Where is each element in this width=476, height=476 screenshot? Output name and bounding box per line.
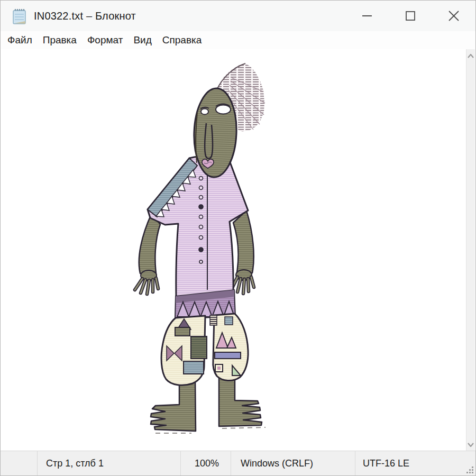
- notepad-icon: [12, 7, 28, 25]
- left-eye: [201, 109, 208, 115]
- status-zoom-level: 100%: [181, 451, 231, 475]
- chevron-down-icon: [468, 443, 474, 447]
- resize-grip-icon[interactable]: [466, 466, 474, 474]
- status-encoding: UTF-16 LE: [355, 451, 475, 475]
- shirt: [148, 156, 248, 297]
- text-area[interactable]: [1, 49, 475, 452]
- status-cursor-position: Стр 1, стлб 1: [38, 451, 181, 475]
- menu-edit[interactable]: Правка: [38, 33, 82, 48]
- minimize-button[interactable]: [345, 1, 389, 31]
- close-button[interactable]: [432, 1, 475, 31]
- right-leg-foot: [219, 376, 262, 426]
- scroll-down-button[interactable]: [466, 439, 475, 451]
- minimize-icon: [362, 11, 372, 21]
- window-controls: [345, 1, 475, 31]
- title-bar[interactable]: IN0322.txt – Блокнот: [1, 1, 475, 31]
- vertical-scrollbar[interactable]: [466, 49, 475, 452]
- right-eye: [216, 105, 231, 114]
- chevron-up-icon: [468, 54, 474, 58]
- maximize-button[interactable]: [389, 1, 432, 31]
- menu-help[interactable]: Справка: [157, 33, 207, 48]
- menu-bar: Файл Правка Формат Вид Справка: [1, 31, 475, 49]
- right-arm: [232, 210, 254, 294]
- menu-file[interactable]: Файл: [2, 33, 38, 48]
- menu-format[interactable]: Формат: [82, 33, 129, 48]
- character-drawing: [1, 49, 468, 452]
- menu-view[interactable]: Вид: [128, 33, 157, 48]
- scroll-up-button[interactable]: [466, 50, 475, 62]
- status-encoding-label: UTF-16 LE: [363, 458, 409, 469]
- left-arm: [135, 214, 160, 294]
- left-leg-foot: [151, 378, 196, 431]
- status-spacer: [1, 451, 38, 475]
- notepad-window: IN0322.txt – Блокнот Файл Правка Формат …: [0, 0, 476, 476]
- close-icon: [448, 10, 460, 22]
- status-line-ending: Windows (CRLF): [231, 451, 355, 475]
- status-bar: Стр 1, стлб 1 100% Windows (CRLF) UTF-16…: [1, 451, 475, 475]
- window-title: IN0322.txt – Блокнот: [34, 10, 136, 22]
- maximize-icon: [405, 11, 416, 21]
